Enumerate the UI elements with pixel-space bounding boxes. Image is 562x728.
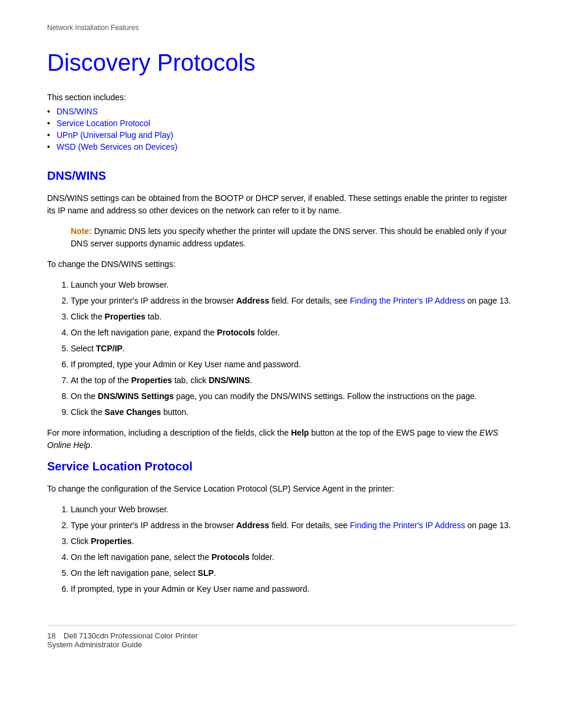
list-item: On the left navigation pane, select SLP. bbox=[71, 567, 515, 579]
note-text: Dynamic DNS lets you specify whether the… bbox=[71, 226, 507, 248]
toc-item-dns[interactable]: DNS/WINS bbox=[47, 107, 515, 116]
list-item: Click the Properties tab. bbox=[71, 311, 515, 323]
list-item: Type your printer's IP address in the br… bbox=[71, 519, 515, 532]
dns-wins-heading: DNS/WINS bbox=[47, 169, 515, 183]
list-item: At the top of the Properties tab, click … bbox=[71, 374, 515, 387]
toc-link-slp[interactable]: Service Location Protocol bbox=[57, 118, 150, 128]
toc-list: DNS/WINS Service Location Protocol UPnP … bbox=[47, 107, 515, 151]
note-block: Note: Dynamic DNS lets you specify wheth… bbox=[71, 225, 515, 250]
page-footer: 18 Dell 7130cdn Professional Color Print… bbox=[47, 625, 515, 649]
toc-link-wsd[interactable]: WSD (Web Services on Devices) bbox=[57, 142, 177, 151]
list-item: Click Properties. bbox=[71, 535, 515, 548]
list-item: If prompted, type your Admin or Key User… bbox=[71, 358, 515, 371]
list-item: If prompted, type in your Admin or Key U… bbox=[71, 583, 515, 595]
toc-item-slp[interactable]: Service Location Protocol bbox=[47, 118, 515, 128]
breadcrumb: Network Installation Features bbox=[47, 24, 515, 32]
slp-intro: To change the configuration of the Servi… bbox=[47, 483, 515, 495]
slp-heading: Service Location Protocol bbox=[47, 460, 515, 473]
list-item: On the left navigation pane, select the … bbox=[71, 551, 515, 564]
list-item: Launch your Web browser. bbox=[71, 279, 515, 291]
slp-steps: Launch your Web browser. Type your print… bbox=[47, 503, 515, 595]
toc-link-dns[interactable]: DNS/WINS bbox=[57, 107, 98, 116]
dns-wins-body: DNS/WINS settings can be obtained from t… bbox=[47, 192, 515, 217]
list-item: On the left navigation pane, expand the … bbox=[71, 327, 515, 339]
dns-wins-change-intro: To change the DNS/WINS settings: bbox=[47, 258, 515, 271]
finding-ip-link-1[interactable]: Finding the Printer's IP Address bbox=[350, 296, 465, 305]
list-item: Select TCP/IP. bbox=[71, 342, 515, 355]
list-item: Launch your Web browser. bbox=[71, 503, 515, 516]
list-item: On the DNS/WINS Settings page, you can m… bbox=[71, 390, 515, 403]
list-item: Type your printer's IP address in the br… bbox=[71, 295, 515, 307]
page-title: Discovery Protocols bbox=[47, 50, 515, 76]
toc-link-upnp[interactable]: UPnP (Universal Plug and Play) bbox=[57, 130, 173, 140]
footer-product-name: Dell 7130cdn Professional Color PrinterS… bbox=[47, 631, 198, 649]
intro-text: This section includes: bbox=[47, 93, 515, 102]
toc-item-wsd[interactable]: WSD (Web Services on Devices) bbox=[47, 142, 515, 151]
finding-ip-link-2[interactable]: Finding the Printer's IP Address bbox=[350, 521, 465, 530]
toc-item-upnp[interactable]: UPnP (Universal Plug and Play) bbox=[47, 130, 515, 140]
dns-wins-footer-note: For more information, including a descri… bbox=[47, 427, 515, 452]
footer-page-number: 18 bbox=[47, 631, 55, 640]
note-label: Note: bbox=[71, 226, 92, 236]
list-item: Click the Save Changes button. bbox=[71, 406, 515, 419]
dns-wins-steps: Launch your Web browser. Type your print… bbox=[47, 279, 515, 419]
